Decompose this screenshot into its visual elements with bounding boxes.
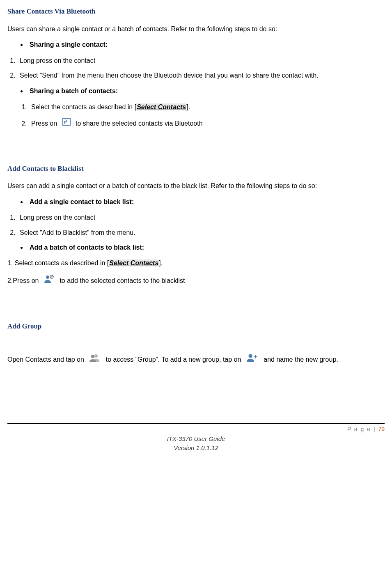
text-pre: Open Contacts and tap on (7, 356, 86, 363)
ref-select-contacts: Select Contacts (136, 103, 186, 110)
bullet-sharing-single: Sharing a single contact: (27, 40, 385, 49)
footer-version: Version 1.0.1.12 (7, 443, 385, 453)
text-post: ]. (186, 103, 190, 110)
footer-title: ITX-3370 User Guide (7, 434, 385, 444)
heading-add-group: Add Group (7, 321, 385, 331)
svg-point-6 (248, 354, 252, 358)
step-long-press: Long press on the contact (17, 56, 385, 65)
bl-batch-step1: 1. Select contacts as described in [Sele… (7, 259, 385, 268)
intro-share: Users can share a single contact or a ba… (7, 25, 385, 34)
bl-batch-step2: 2.Press on to add the selected contacts … (7, 275, 385, 287)
add-group-text: Open Contacts and tap on to access “Grou… (7, 354, 385, 366)
bullet-add-batch-blacklist: Add a batch of contacts to black list: (27, 243, 385, 252)
svg-line-3 (50, 275, 53, 278)
intro-blacklist: Users can add a single contact or a batc… (7, 181, 385, 191)
text-mid: to access “Group”. To add a new group, t… (106, 356, 243, 363)
page-label: P a g e | (347, 426, 378, 432)
bl-step-long-press: Long press on the contact (17, 213, 385, 222)
add-person-icon (246, 354, 259, 365)
batch-step-press: Press on to share the selected contacts … (29, 119, 385, 129)
text-pre: 1. Select contacts as described in [ (7, 259, 109, 266)
text-pre: 2.Press on (7, 277, 41, 284)
svg-point-5 (91, 355, 94, 358)
page-num: 79 (378, 426, 385, 432)
svg-point-4 (94, 354, 98, 358)
text-post: ]. (159, 259, 163, 266)
svg-point-1 (46, 275, 49, 279)
bullet-add-single-blacklist: Add a single contact to black list: (27, 197, 385, 207)
page-number: P a g e | 79 (7, 425, 385, 434)
step-select-send: Select “Send” from the menu then choose … (17, 71, 385, 80)
share-icon (62, 118, 71, 128)
text-pre: Press on (31, 120, 59, 127)
group-icon (89, 354, 101, 365)
footer: P a g e | 79 ITX-3370 User Guide Version… (7, 423, 385, 453)
text-post: to add the selected contacts to the blac… (60, 277, 185, 284)
batch-step-select: Select the contacts as described in [Sel… (29, 103, 385, 112)
ref-select-contacts-2: Select Contacts (109, 259, 159, 266)
bl-step-select-add: Select "Add to Blacklist" from the menu. (17, 228, 385, 237)
bullet-sharing-batch: Sharing a batch of contacts: (27, 87, 385, 96)
heading-share-contacts: Share Contacts Via Bluetooth (7, 7, 385, 16)
text-post: to share the selected contacts via Bluet… (76, 120, 203, 127)
block-contact-icon (44, 275, 55, 286)
text-pre: Select the contacts as described in [ (31, 103, 136, 110)
text-post: and name the new group. (264, 356, 338, 363)
heading-add-blacklist: Add Contacts to Blacklist (7, 164, 385, 174)
